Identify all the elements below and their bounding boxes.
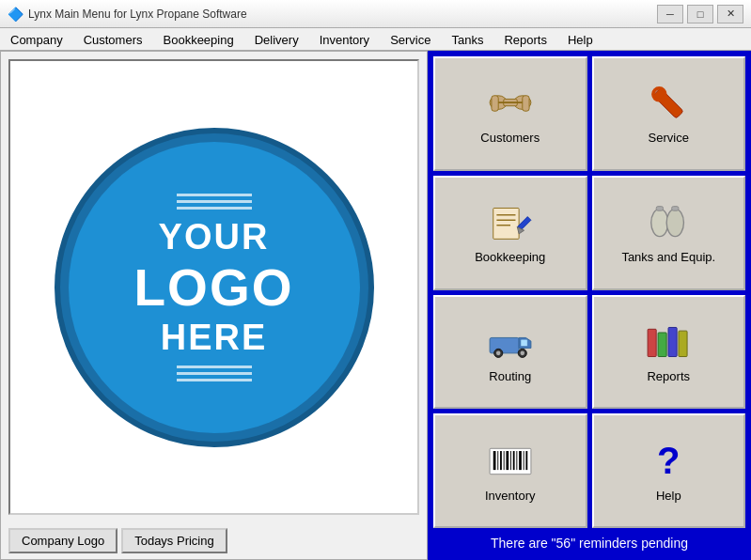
- logo-line-3: [177, 207, 252, 210]
- svg-rect-35: [510, 451, 511, 470]
- help-icon: ?: [642, 440, 695, 483]
- customers-icon: [484, 82, 537, 125]
- logo-circle-inner: YOUR LOGO HERE: [69, 142, 360, 433]
- logo-area: YOUR LOGO HERE: [8, 59, 419, 515]
- logo-lines-top: [177, 194, 252, 210]
- menu-delivery[interactable]: Delivery: [244, 28, 309, 51]
- logo-text-logo: LOGO: [134, 257, 294, 318]
- svg-rect-4: [492, 96, 498, 111]
- bottom-buttons: Company Logo Todays Pricing: [1, 522, 427, 559]
- title-bar: 🔷 Lynx Main Menu for Lynx Propane Softwa…: [0, 0, 751, 28]
- logo-line-6: [177, 379, 252, 381]
- menu-customers[interactable]: Customers: [73, 28, 153, 51]
- svg-rect-8: [493, 209, 518, 240]
- logo-lines-bottom: [177, 366, 252, 381]
- inventory-button[interactable]: Inventory: [433, 413, 587, 528]
- menu-bar: Company Customers Bookkeeping Delivery I…: [0, 28, 751, 51]
- routing-label: Routing: [489, 369, 531, 383]
- right-panel: Customers Service: [428, 51, 751, 560]
- reports-button[interactable]: Reports: [592, 295, 746, 410]
- routing-button[interactable]: Routing: [433, 295, 587, 410]
- bookkeeping-label: Bookkeeping: [475, 250, 545, 264]
- menu-service[interactable]: Service: [380, 28, 441, 51]
- help-label: Help: [656, 489, 681, 503]
- maximize-button[interactable]: □: [687, 5, 713, 23]
- svg-rect-28: [679, 331, 687, 356]
- minimize-button[interactable]: ─: [657, 5, 683, 23]
- menu-tanks[interactable]: Tanks: [441, 28, 493, 51]
- svg-point-14: [651, 210, 668, 237]
- svg-rect-36: [512, 451, 514, 470]
- logo-line-2: [177, 200, 252, 203]
- svg-point-21: [496, 350, 501, 355]
- menu-bookkeeping[interactable]: Bookkeeping: [153, 28, 244, 51]
- service-icon: [642, 82, 695, 125]
- bookkeeping-button[interactable]: Bookkeeping: [433, 176, 587, 290]
- menu-inventory[interactable]: Inventory: [309, 28, 380, 51]
- routing-icon: [484, 320, 537, 364]
- left-panel: YOUR LOGO HERE Company Logo Todays Prici…: [0, 51, 428, 560]
- logo-line-5: [177, 372, 252, 375]
- close-button[interactable]: ✕: [717, 5, 743, 23]
- svg-point-15: [666, 210, 683, 237]
- app-icon: 🔷: [8, 7, 23, 22]
- status-text: There are "56" reminders pending: [433, 528, 745, 554]
- svg-rect-31: [497, 451, 498, 470]
- logo-line-4: [177, 366, 252, 368]
- svg-rect-24: [521, 339, 527, 346]
- reports-label: Reports: [647, 369, 690, 383]
- inventory-label: Inventory: [485, 489, 535, 503]
- svg-rect-16: [656, 207, 663, 211]
- tanks-icon: [642, 201, 695, 244]
- svg-point-23: [520, 350, 524, 355]
- svg-rect-18: [490, 337, 519, 352]
- svg-rect-25: [648, 329, 656, 356]
- todays-pricing-button[interactable]: Todays Pricing: [121, 528, 227, 553]
- svg-rect-38: [519, 451, 522, 470]
- main-container: YOUR LOGO HERE Company Logo Todays Prici…: [0, 51, 751, 560]
- svg-rect-40: [525, 451, 527, 470]
- menu-company[interactable]: Company: [0, 28, 73, 51]
- svg-rect-37: [516, 451, 517, 470]
- logo-text-your: YOUR: [159, 217, 270, 257]
- customers-label: Customers: [480, 131, 540, 145]
- svg-rect-30: [493, 451, 495, 470]
- svg-rect-33: [503, 451, 504, 470]
- customers-button[interactable]: Customers: [433, 56, 587, 171]
- tanks-label: Tanks and Equip.: [621, 250, 715, 264]
- menu-reports[interactable]: Reports: [493, 28, 557, 51]
- svg-rect-32: [500, 451, 502, 470]
- svg-rect-39: [523, 451, 524, 470]
- inventory-icon: [484, 440, 537, 483]
- window-controls: ─ □ ✕: [657, 5, 743, 23]
- bookkeeping-icon: [484, 201, 537, 244]
- logo-line-1: [177, 194, 252, 196]
- service-label: Service: [649, 131, 689, 145]
- logo-text-here: HERE: [161, 318, 268, 358]
- help-button[interactable]: ? Help: [592, 413, 746, 528]
- reports-icon: [642, 320, 695, 364]
- company-logo-button[interactable]: Company Logo: [8, 528, 117, 553]
- svg-rect-5: [523, 96, 529, 111]
- svg-rect-27: [668, 327, 677, 356]
- logo-circle-outer: YOUR LOGO HERE: [55, 128, 374, 447]
- tanks-button[interactable]: Tanks and Equip.: [592, 176, 746, 290]
- svg-rect-6: [653, 88, 683, 118]
- svg-rect-34: [506, 451, 508, 470]
- title-text: Lynx Main Menu for Lynx Propane Software: [28, 8, 657, 21]
- svg-rect-17: [672, 207, 679, 211]
- service-button[interactable]: Service: [592, 56, 746, 171]
- menu-help[interactable]: Help: [557, 28, 603, 51]
- svg-rect-26: [658, 333, 666, 357]
- grid-container: Customers Service: [433, 56, 745, 528]
